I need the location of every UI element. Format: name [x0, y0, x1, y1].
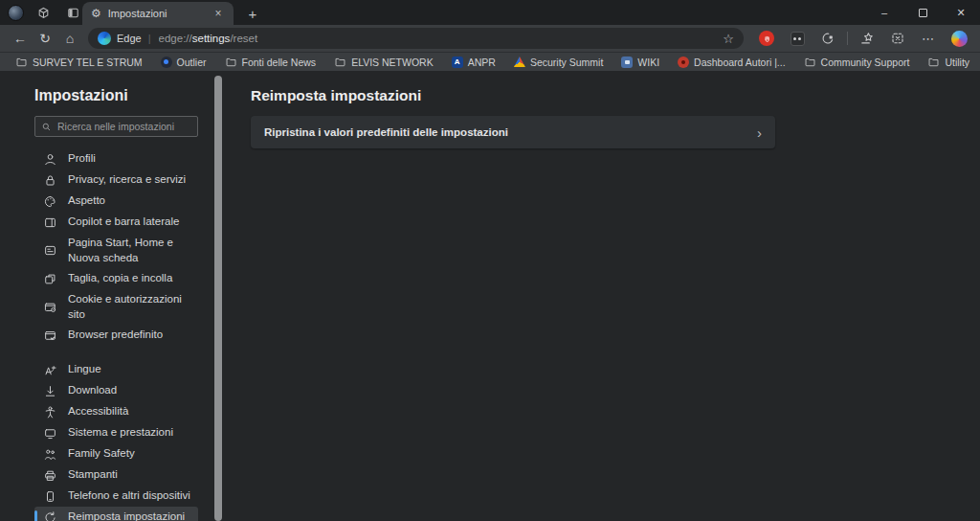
address-bar[interactable]: Edge | edge://settings/reset ☆ — [88, 28, 744, 49]
red-hand-badge — [759, 31, 774, 46]
search-icon — [41, 122, 52, 132]
cookie-extension-icon[interactable] — [816, 27, 839, 50]
sidebar-item-accessibilita[interactable]: Accessibilità — [34, 401, 198, 422]
close-button[interactable]: ✕ — [942, 0, 980, 25]
bookmark-folder[interactable]: ELVIS NETWORK — [334, 56, 434, 68]
new-tab-button[interactable]: + — [241, 3, 264, 24]
address-divider: | — [148, 33, 151, 44]
sidebar-item-family-safety[interactable]: Family Safety — [34, 443, 198, 464]
lock-icon — [42, 172, 57, 188]
bookmark-site[interactable]: Outlier — [161, 57, 207, 68]
wiki-favicon — [621, 57, 633, 68]
extension-eyes-icon[interactable] — [786, 27, 809, 50]
sidebar-item-cookie[interactable]: Cookie e autorizzazioni sito — [34, 289, 198, 325]
browser-check-icon — [42, 328, 57, 343]
favorites-bar: SURVEY TEL E STRUM Outlier Fonti delle N… — [0, 52, 980, 71]
bookmark-site[interactable]: Security Summit — [514, 57, 603, 68]
family-icon — [42, 446, 57, 462]
back-button[interactable]: ← — [8, 27, 33, 50]
copy-paste-icon — [42, 271, 57, 286]
maximize-button[interactable] — [903, 0, 942, 25]
cookie-permissions-icon — [42, 300, 57, 315]
chevron-right-icon: › — [757, 125, 762, 141]
browser-tab-impostazioni[interactable]: ⚙ Impostazioni × — [82, 2, 234, 25]
sidebar-item-sistema[interactable]: Sistema e prestazioni — [34, 422, 198, 443]
person-icon — [42, 151, 57, 167]
bookmark-folder[interactable]: Fonti delle News — [225, 56, 317, 68]
settings-nav-list: Profili Privacy, ricerca e servizi Aspet… — [0, 148, 214, 521]
sidebar-item-privacy[interactable]: Privacy, ricerca e servizi — [34, 170, 198, 191]
minimize-button[interactable]: – — [865, 0, 903, 25]
reset-settings-card[interactable]: Ripristina i valori predefiniti delle im… — [251, 116, 775, 148]
download-icon — [42, 383, 57, 398]
tab-title: Impostazioni — [108, 8, 204, 19]
languages-icon — [42, 362, 57, 377]
printer-icon — [42, 467, 57, 483]
navigation-toolbar: ← ↻ ⌂ Edge | edge://settings/reset ☆ — [0, 25, 980, 52]
sidebar-item-reimposta-impostazioni[interactable]: Reimposta impostazioni — [34, 507, 198, 521]
browser-window: ⚙ Impostazioni × + – ✕ ← ↻ ⌂ Edge | edge… — [0, 0, 980, 521]
maximize-icon — [919, 9, 927, 17]
start-page-icon — [42, 243, 57, 259]
settings-search-box[interactable] — [34, 116, 198, 137]
url-host: settings — [192, 33, 231, 44]
anpr-favicon: A — [452, 57, 463, 68]
sidebar-item-profili[interactable]: Profili — [34, 148, 198, 170]
settings-gear-icon: ⚙ — [91, 8, 101, 19]
home-button[interactable]: ⌂ — [57, 27, 82, 50]
bookmark-folder[interactable]: SURVEY TEL E STRUM — [15, 56, 143, 68]
bookmark-star-icon[interactable]: ☆ — [723, 32, 734, 46]
settings-main: Reimposta impostazioni Ripristina i valo… — [251, 87, 787, 148]
page-title: Reimposta impostazioni — [251, 87, 787, 104]
bookmark-folder[interactable]: Community Support — [804, 56, 910, 68]
bookmark-folder[interactable]: Utility — [927, 56, 969, 68]
sidebar-item-browser-predefinito[interactable]: Browser predefinito — [34, 325, 198, 346]
adblock-extension-icon[interactable] — [755, 27, 778, 50]
bookmark-site[interactable]: A ANPR — [452, 57, 496, 68]
bookmark-site[interactable]: Dashboard Autori |... — [678, 57, 786, 68]
copilot-icon[interactable] — [947, 27, 970, 50]
tab-close-icon[interactable]: × — [211, 6, 226, 21]
settings-more-icon[interactable]: ⋯ — [917, 27, 940, 50]
title-bar: ⚙ Impostazioni × + – ✕ — [0, 0, 980, 25]
monitor-icon — [42, 425, 57, 441]
sidebar-layout-icon — [42, 215, 57, 230]
sidebar-item-lingue[interactable]: Lingue — [34, 359, 198, 380]
settings-sidebar-title: Impostazioni — [34, 87, 128, 104]
refresh-button[interactable]: ↻ — [33, 27, 57, 50]
reset-icon — [42, 510, 57, 521]
workspaces-icon[interactable] — [33, 2, 54, 23]
url-scheme: edge:// — [159, 33, 192, 44]
search-input[interactable] — [57, 121, 191, 132]
sidebar-item-stampanti[interactable]: Stampanti — [34, 464, 198, 486]
toolbar-separator — [847, 32, 848, 45]
sidebar-item-telefono[interactable]: Telefono e altri dispositivi — [34, 486, 198, 507]
window-controls: – ✕ — [865, 0, 980, 25]
sidebar-item-taglia-copia[interactable]: Taglia, copia e incolla — [34, 268, 198, 289]
sidebar-item-aspetto[interactable]: Aspetto — [34, 191, 198, 212]
dark-extension-badge — [791, 32, 805, 46]
toolbar-right-cluster: ⋯ — [749, 27, 972, 50]
phone-icon — [42, 488, 57, 504]
address-brand-label: Edge — [117, 33, 142, 44]
tab-actions-icon[interactable] — [62, 2, 83, 23]
bookmark-site[interactable]: WIKI — [621, 57, 659, 68]
palette-icon — [42, 193, 57, 209]
outlier-favicon — [161, 57, 172, 68]
dashboard-autori-favicon — [678, 57, 689, 68]
accessibility-icon — [42, 404, 57, 419]
sidebar-item-download[interactable]: Download — [34, 380, 198, 401]
sidebar-scrollbar[interactable] — [214, 76, 222, 521]
copilot-badge — [951, 31, 968, 47]
edge-logo-icon — [98, 32, 111, 45]
favorites-icon[interactable] — [856, 27, 879, 50]
sidebar-item-copilot[interactable]: Copilot e barra laterale — [34, 212, 198, 233]
security-summit-favicon — [514, 57, 525, 68]
sidebar-item-pagina-start[interactable]: Pagina Start, Home e Nuova scheda — [34, 233, 198, 268]
web-capture-icon[interactable] — [886, 27, 909, 50]
url-text[interactable]: edge://settings/reset — [159, 33, 716, 44]
profile-avatar[interactable] — [8, 5, 24, 21]
url-path: /reset — [230, 33, 257, 44]
settings-page: Impostazioni Profili Privacy, ricerca e … — [0, 72, 980, 521]
